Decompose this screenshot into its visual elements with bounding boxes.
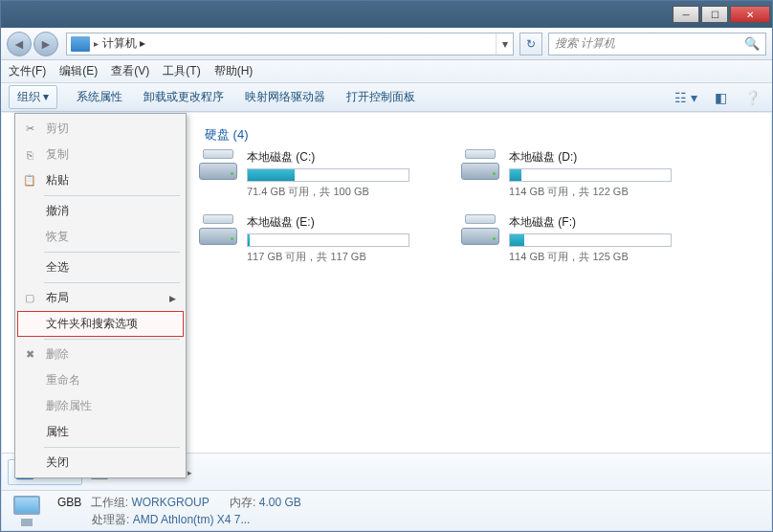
drive-item[interactable]: 本地磁盘 (E:)117 GB 可用，共 117 GB [197,214,436,264]
copy-icon: ⎘ [23,148,36,162]
maximize-button[interactable]: ☐ [701,6,728,23]
drive-icon [459,149,501,180]
chevron-right-icon: ▶ [169,294,176,303]
menu-undo[interactable]: 撤消 [17,198,184,224]
organize-button[interactable]: 组织 ▾ [9,85,57,109]
drive-name: 本地磁盘 (E:) [247,214,436,231]
explorer-window: ─ ☐ ✕ ◄ ► ▸ 计算机 ▸ ▾ ↻ 搜索 计算机 🔍 文件(F) 编辑(… [0,0,773,532]
drive-item[interactable]: 本地磁盘 (C:)71.4 GB 可用，共 100 GB [197,149,436,199]
drive-usage-bar [509,233,672,247]
menu-delete[interactable]: ✖删除 [17,342,184,367]
close-button[interactable]: ✕ [730,6,770,23]
delete-icon: ✖ [23,348,36,362]
drive-item[interactable]: 本地磁盘 (F:)114 GB 可用，共 125 GB [459,214,698,264]
menu-redo[interactable]: 恢复 [17,224,184,250]
search-input[interactable]: 搜索 计算机 🔍 [548,33,766,55]
titlebar: ─ ☐ ✕ [1,1,772,28]
drive-name: 本地磁盘 (C:) [247,149,436,166]
menu-file[interactable]: 文件(F) [9,63,46,79]
search-icon: 🔍 [744,36,760,51]
organize-dropdown: ✂剪切 ⎘复制 📋粘贴 撤消 恢复 全选 ▢布局▶ 文件夹和搜索选项 ✖删除 重… [14,113,187,478]
drive-icon [459,214,501,245]
menu-paste[interactable]: 📋粘贴 [17,167,184,193]
drive-icon [197,149,239,180]
menubar: 文件(F) 编辑(E) 查看(V) 工具(T) 帮助(H) [1,60,772,83]
address-dropdown[interactable]: ▾ [496,33,513,55]
toolbar-uninstall-programs[interactable]: 卸载或更改程序 [144,89,224,105]
forward-button[interactable]: ► [33,32,58,56]
menu-properties[interactable]: 属性 [17,419,184,445]
menu-copy[interactable]: ⎘复制 [17,142,184,167]
drive-free-text: 117 GB 可用，共 117 GB [247,250,436,264]
menu-tools[interactable]: 工具(T) [163,63,200,79]
drive-free-text: 114 GB 可用，共 125 GB [509,250,698,264]
drive-usage-bar [247,233,409,247]
menu-layout[interactable]: ▢布局▶ [17,285,184,311]
menu-close[interactable]: 关闭 [17,450,184,476]
menu-select-all[interactable]: 全选 [17,255,184,280]
toolbar-control-panel[interactable]: 打开控制面板 [346,89,415,105]
menu-rename[interactable]: 重命名 [17,367,184,393]
drive-free-text: 114 GB 可用，共 122 GB [509,185,698,199]
menu-edit[interactable]: 编辑(E) [59,63,98,79]
status-details: GBB 工作组: WORKGROUP 内存: 4.00 GB 处理器: AMD … [57,494,319,528]
address-path: 计算机 ▸ [102,35,145,52]
menu-help[interactable]: 帮助(H) [214,63,254,79]
menu-view[interactable]: 查看(V) [111,63,149,79]
drive-usage-bar [247,168,409,182]
menu-remove-properties[interactable]: 删除属性 [17,393,184,419]
minimize-button[interactable]: ─ [673,6,699,23]
search-placeholder: 搜索 计算机 [555,35,615,52]
drive-free-text: 71.4 GB 可用，共 100 GB [247,185,436,199]
drive-icon [197,214,239,245]
layout-icon: ▢ [23,292,36,305]
navbar: ◄ ► ▸ 计算机 ▸ ▾ ↻ 搜索 计算机 🔍 [1,28,772,60]
section-header: 硬盘 (4) [174,122,760,149]
main-panel: 硬盘 (4) 本地磁盘 (C:)71.4 GB 可用，共 100 GB本地磁盘 … [163,113,771,474]
statusbar: GBB 工作组: WORKGROUP 内存: 4.00 GB 处理器: AMD … [2,490,771,530]
help-button[interactable]: ❔ [740,88,764,107]
paste-icon: 📋 [23,174,36,188]
drive-name: 本地磁盘 (F:) [509,214,698,231]
menu-cut[interactable]: ✂剪切 [17,116,184,142]
toolbar: 组织 ▾ 系统属性 卸载或更改程序 映射网络驱动器 打开控制面板 ☷ ▾ ◧ ❔ [1,83,772,112]
refresh-button[interactable]: ↻ [519,33,542,55]
toolbar-map-drive[interactable]: 映射网络驱动器 [245,89,325,105]
cut-icon: ✂ [23,122,36,136]
chevron-right-icon: ▸ [188,468,192,477]
drive-item[interactable]: 本地磁盘 (D:)114 GB 可用，共 122 GB [459,149,698,199]
address-bar[interactable]: ▸ 计算机 ▸ ▾ [66,33,514,55]
preview-pane-button[interactable]: ◧ [711,88,731,107]
computer-name: GBB [57,496,81,509]
view-mode-button[interactable]: ☷ ▾ [671,88,701,107]
drive-usage-bar [509,168,672,182]
computer-large-icon [10,496,48,526]
menu-folder-options[interactable]: 文件夹和搜索选项 [17,311,184,337]
drive-name: 本地磁盘 (D:) [509,149,698,166]
chevron-right-icon: ▸ [94,38,99,49]
toolbar-system-properties[interactable]: 系统属性 [77,89,122,105]
computer-icon [71,36,90,52]
back-button[interactable]: ◄ [7,32,32,56]
